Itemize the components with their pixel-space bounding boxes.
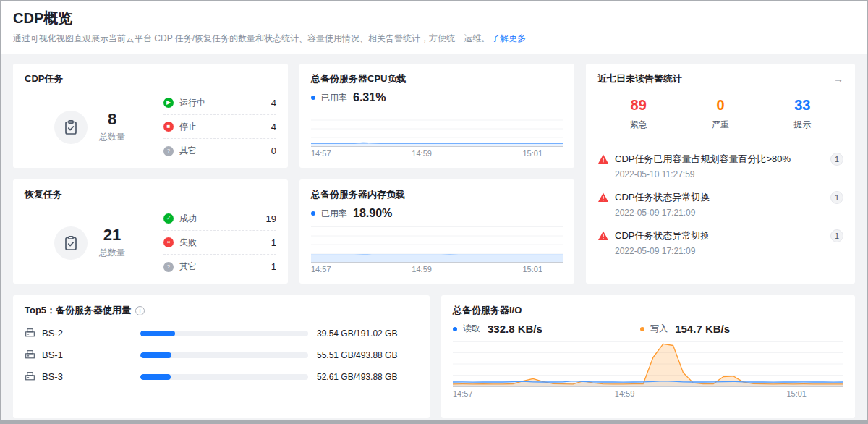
x-tick: 14:59 — [412, 149, 432, 158]
alert-count-badge: 1 — [830, 229, 843, 242]
server-usage-row: BS-1 55.51 GB/493.88 GB — [25, 349, 418, 360]
usage-text: 52.61 GB/493.88 GB — [317, 372, 418, 382]
status-value: 1 — [271, 261, 276, 272]
alert-text: CDP任务状态异常切换 — [615, 229, 825, 242]
x-tick: 14:59 — [615, 389, 635, 398]
io-title: 总备份服务器I/O — [453, 304, 843, 317]
status-label: 运行中 — [179, 97, 271, 109]
server-name-cell: BS-3 — [25, 371, 132, 382]
io-write-value: 154.7 KB/s — [675, 323, 730, 335]
alert-item[interactable]: CDP任务状态异常切换 1 2022-05-09 17:21:09 — [597, 223, 843, 261]
x-tick: 14:57 — [311, 149, 331, 158]
alert-item-row: CDP任务状态异常切换 1 — [597, 229, 843, 242]
alert-count-badge: 1 — [830, 153, 843, 166]
status-value: 4 — [271, 98, 276, 109]
other-status-icon: ? — [163, 146, 174, 156]
status-row-running: ▶ 运行中 4 — [163, 91, 276, 115]
page-subtitle-text: 通过可视化视图直观展示当前云平台 CDP 任务/恢复任务的数量和状态统计、容量使… — [13, 33, 490, 43]
cdp-tasks-total: 8 — [99, 111, 125, 128]
page-header: CDP概览 通过可视化视图直观展示当前云平台 CDP 任务/恢复任务的数量和状态… — [1, 1, 867, 54]
usage-text: 55.51 GB/493.88 GB — [317, 350, 418, 360]
io-read-value: 332.8 KB/s — [488, 323, 542, 335]
memory-legend: 已用率 18.90% — [311, 207, 563, 220]
blue-dot-icon — [453, 327, 457, 331]
cdp-tasks-title: CDP任务 — [25, 72, 276, 85]
cpu-chart-x-axis: 14:57 14:59 15:01 — [311, 147, 563, 158]
content-area: CDP任务 8 总数量 — [1, 54, 867, 424]
usage-progress-fill — [140, 374, 171, 380]
alert-item-row: CDP任务状态异常切换 1 — [597, 191, 843, 204]
memory-load-card: 总备份服务器内存负载 已用率 18.90% 14:57 14:59 15:01 — [299, 179, 574, 284]
warning-triangle-icon — [597, 192, 609, 203]
top5-title: Top5：备份服务器使用量 — [25, 304, 131, 317]
alert-stat-critical: 89 紧急 — [597, 97, 679, 131]
page-title: CDP概览 — [13, 9, 855, 28]
status-label: 成功 — [179, 213, 266, 225]
cdp-tasks-count-block: 8 总数量 — [99, 111, 125, 143]
top5-servers-card: Top5：备份服务器使用量 i BS-2 39.54 GB/191.02 GB — [13, 295, 430, 418]
divider — [597, 143, 843, 143]
status-row-other: ? 其它 0 — [163, 139, 276, 163]
memory-load-chart — [311, 226, 563, 263]
recovery-tasks-total-label: 总数量 — [99, 247, 125, 259]
server-usage-row: BS-3 52.61 GB/493.88 GB — [25, 371, 418, 382]
critical-label: 紧急 — [597, 119, 679, 131]
alert-time: 2022-05-10 11:27:59 — [615, 169, 843, 179]
alert-item[interactable]: CDP任务状态异常切换 1 2022-05-09 17:21:09 — [597, 185, 843, 223]
page-subtitle: 通过可视化视图直观展示当前云平台 CDP 任务/恢复任务的数量和状态统计、容量使… — [13, 33, 855, 45]
usage-progress-fill — [140, 352, 171, 358]
cpu-load-card: 总备份服务器CPU负载 已用率 6.31% 14:57 14:59 15:01 — [299, 64, 574, 168]
usage-text: 39.54 GB/191.02 GB — [317, 328, 418, 339]
io-chart-x-axis: 14:57 14:59 15:01 — [453, 387, 843, 398]
info-icon[interactable]: i — [135, 306, 145, 315]
server-name-cell: BS-2 — [25, 328, 132, 339]
usage-progress-bar — [140, 352, 308, 358]
server-name: BS-2 — [42, 328, 63, 339]
usage-progress-bar — [140, 374, 308, 380]
cdp-tasks-body: 8 总数量 ▶ 运行中 4 ■ 停止 4 — [25, 91, 276, 163]
critical-count: 89 — [597, 97, 679, 114]
recovery-tasks-title: 恢复任务 — [25, 188, 276, 201]
usage-progress-bar — [140, 331, 308, 336]
blue-dot-icon — [311, 211, 315, 216]
status-value: 0 — [271, 145, 276, 156]
top5-header: Top5：备份服务器使用量 i — [25, 304, 418, 317]
alert-stat-info: 33 提示 — [762, 97, 843, 131]
cpu-load-title: 总备份服务器CPU负载 — [311, 72, 563, 85]
severe-label: 严重 — [679, 119, 761, 131]
backup-server-icon — [25, 371, 35, 382]
status-label: 停止 — [179, 121, 271, 133]
status-value: 1 — [271, 237, 276, 248]
info-count: 33 — [762, 97, 843, 114]
io-card: 总备份服务器I/O 读取 332.8 KB/s 写入 154.7 KB/s — [441, 295, 855, 418]
recovery-tasks-card: 恢复任务 21 总数量 — [13, 179, 288, 284]
recovery-tasks-status-list: ✓ 成功 19 × 失败 1 ? 其它 1 — [163, 207, 276, 279]
orange-dot-icon — [640, 327, 644, 331]
io-read-group: 读取 332.8 KB/s — [453, 323, 640, 335]
success-status-icon: ✓ — [163, 213, 174, 224]
memory-usage-value: 18.90% — [353, 207, 392, 220]
recovery-tasks-total: 21 — [99, 226, 125, 244]
alert-count-badge: 1 — [830, 191, 843, 204]
status-value: 19 — [266, 213, 276, 224]
memory-chart-x-axis: 14:57 14:59 15:01 — [311, 263, 563, 274]
server-name: BS-3 — [42, 371, 63, 382]
alerts-stats: 89 紧急 0 严重 33 提示 — [597, 97, 843, 131]
status-label: 其它 — [179, 145, 271, 157]
status-row-success: ✓ 成功 19 — [163, 207, 276, 231]
alert-text: CDP任务状态异常切换 — [615, 191, 825, 204]
severe-count: 0 — [679, 97, 761, 114]
memory-load-title: 总备份服务器内存负载 — [311, 188, 563, 201]
alerts-card: 近七日未读告警统计 → 89 紧急 0 严重 33 提示 — [586, 64, 855, 284]
arrow-right-icon[interactable]: → — [833, 73, 843, 85]
learn-more-link[interactable]: 了解更多 — [491, 33, 526, 43]
alert-item[interactable]: CDP任务已用容量占规划容量百分比>80% 1 2022-05-10 11:27… — [597, 146, 843, 185]
io-chart — [453, 341, 843, 387]
failed-status-icon: × — [163, 237, 174, 247]
cdp-overview-screen: CDP概览 通过可视化视图直观展示当前云平台 CDP 任务/恢复任务的数量和状态… — [0, 0, 868, 424]
recovery-tasks-summary: 21 总数量 — [25, 226, 155, 260]
cdp-tasks-total-label: 总数量 — [99, 131, 125, 143]
cpu-legend-label: 已用率 — [321, 92, 347, 104]
alert-text: CDP任务已用容量占规划容量百分比>80% — [615, 153, 825, 166]
usage-progress-fill — [140, 331, 175, 336]
